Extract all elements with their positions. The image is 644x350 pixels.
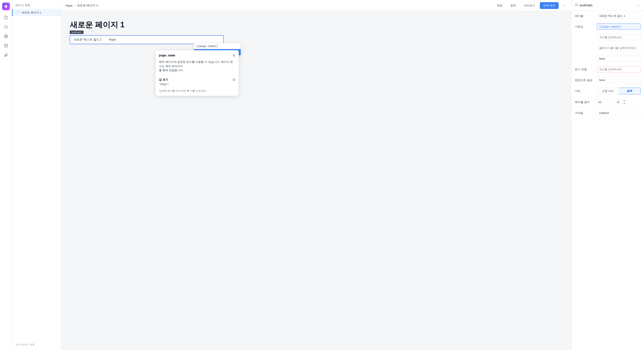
tooltip-copy-value-icon[interactable]: ⧉ (233, 78, 235, 82)
label-input[interactable] (597, 13, 640, 19)
label-length-unit-value: % (615, 99, 622, 105)
textfield-label: 새로운 텍스트 필드 1 (70, 36, 105, 44)
more-button[interactable]: ··· (560, 2, 567, 9)
prop-value-hidden (597, 77, 640, 83)
tooltip-desc-text2: 를 통해 전달됩니다. (159, 69, 184, 72)
label-length-input[interactable] (596, 99, 613, 105)
page-item-label: 새로운 페이지 1 (22, 11, 41, 14)
breadcrumb-root[interactable]: Hops (66, 4, 72, 7)
hidden-input[interactable] (597, 77, 640, 83)
prop-label-width: 너비 (575, 89, 594, 93)
tooltip-title: page.name (159, 54, 175, 57)
app-logo[interactable] (2, 2, 10, 10)
default-value-input[interactable] (597, 23, 640, 30)
page-title: 새로운 페이지 1 (70, 20, 563, 30)
prop-label-style: 스타일 (575, 111, 594, 115)
svg-point-0 (4, 25, 7, 28)
sidebar-item-settings[interactable] (2, 32, 10, 40)
prop-label-label: 레이블 (575, 14, 594, 18)
textfield-value: Hops (105, 36, 223, 44)
sidebar-item-plugin[interactable] (2, 51, 10, 59)
prop-label-length: 레이블 길이 (575, 100, 594, 104)
prop-row-label: 레이블 (572, 11, 644, 21)
right-panel-more-button[interactable]: ··· (637, 3, 640, 7)
sidebar-item-database[interactable] (2, 42, 10, 50)
autocomplete-input-value: {{page.name}} (196, 44, 218, 48)
unit-arrows: ▲ ▼ (622, 99, 627, 105)
prop-label-hidden: 컴포넌트 숨김 (575, 78, 594, 82)
tooltip-desc: 현재 페이지의 설정한 변수를 사용할 수 있습니다. 페이지 변수는 쿼리 파… (156, 59, 238, 75)
prop-select-wrapper: outlined (597, 110, 640, 116)
canvas-content: textField1 새로운 텍스트 필드 1 Hops {{page.name… (70, 35, 563, 44)
share-button[interactable]: 공유 (507, 2, 519, 9)
code-input-1[interactable] (597, 34, 640, 40)
page-list-panel: 페이지 목록 📄 새로운 페이지 1 하위 페이지 목록 (12, 0, 61, 350)
textfield-tag: textField1 (70, 30, 84, 34)
prop-value-placeholder (597, 45, 640, 51)
textfield-type-icon: Tt (575, 3, 578, 7)
autocomplete-input-row: {{page.name}} (194, 43, 241, 49)
prop-row-readonly: 읽기 전용 (572, 64, 644, 75)
page-item-icon: 📄 (16, 11, 20, 14)
sidebar-item-search[interactable] (2, 23, 10, 31)
edit-button[interactable]: 편집 (494, 2, 506, 9)
tooltip-popup: page.name ⧉ 현재 페이지의 설정한 변수를 사용할 수 있습니다. … (155, 50, 239, 96)
main-area: Hops / 새로운 페이지 1 편집 공유 미리보기 전체 배포 ··· 새로… (61, 0, 571, 350)
prop-row-style: 스타일 outlined (572, 108, 644, 118)
width-toggle: 고정 너비 블록 (597, 88, 640, 94)
sidebar-item-page[interactable] (2, 14, 10, 21)
svg-point-3 (4, 44, 8, 45)
tooltip-value-label: 값 보기 ⧉ (159, 78, 235, 82)
prop-value-code1 (597, 34, 640, 40)
tooltip-hint: 상세한 문서를 보시려면 ⌘⌥를 누르세요. (156, 88, 238, 96)
svg-line-1 (7, 27, 7, 28)
tooltip-header: page.name ⧉ (156, 50, 238, 59)
prop-value-label (597, 13, 640, 19)
readonly-input[interactable] (597, 66, 640, 72)
tooltip-value-text: "Hops" (159, 82, 235, 86)
prop-row-width: 너비 고정 너비 블록 (572, 85, 644, 97)
prop-value-default (597, 23, 640, 30)
width-fixed-button[interactable]: 고정 너비 (597, 88, 619, 94)
prop-value-readonly (597, 66, 640, 72)
prop-row-label-length: 레이블 길이 % ▲ ▼ (572, 97, 644, 108)
prop-row-code1 (572, 32, 644, 43)
tooltip-copy-icon[interactable]: ⧉ (233, 53, 235, 57)
placeholder-input[interactable] (597, 45, 640, 51)
prop-row-default: 기본값 (572, 21, 644, 32)
breadcrumb-separator: / (74, 4, 75, 7)
breadcrumb: Hops / 새로운 페이지 1 (66, 4, 492, 7)
prop-row-placeholder (572, 43, 644, 53)
label-length-unit: % ▲ ▼ (615, 99, 627, 105)
width-block-button[interactable]: 블록 (619, 88, 640, 94)
topbar: Hops / 새로운 페이지 1 편집 공유 미리보기 전체 배포 ··· (61, 0, 571, 11)
page-list-item[interactable]: 📄 새로운 페이지 1 (12, 9, 61, 16)
prop-row-hidden: 컴포넌트 숨김 (572, 75, 644, 85)
prop-label-readonly: 읽기 전용 (575, 67, 594, 71)
sidebar (0, 0, 12, 350)
topbar-actions: 편집 공유 미리보기 전체 배포 ··· (494, 2, 567, 9)
preview-button[interactable]: 미리보기 (520, 2, 538, 9)
right-panel: Tt textField1 ··· 레이블 기본값 (571, 0, 644, 350)
tooltip-desc-text: 현재 페이지의 설정한 변수를 사용할 수 있습니다. 페이지 변수는 쿼리 파… (159, 60, 233, 68)
canvas-area: 새로운 페이지 1 textField1 새로운 텍스트 필드 1 Hops {… (61, 11, 571, 350)
breadcrumb-current: 새로운 페이지 1 (77, 4, 98, 7)
unit-arrow-up[interactable]: ▲ (622, 99, 627, 102)
tooltip-value-section: 값 보기 ⧉ "Hops" (156, 75, 238, 88)
svg-point-2 (5, 36, 6, 37)
unit-arrow-down[interactable]: ▼ (622, 102, 627, 105)
page-list-header: 페이지 목록 (12, 0, 61, 9)
sub-page-label: 하위 페이지 목록 (12, 340, 61, 350)
prop-label-default: 기본값 (575, 25, 594, 29)
right-panel-title: textField1 (580, 4, 636, 7)
required-input[interactable] (597, 56, 640, 62)
style-select[interactable]: outlined (597, 110, 640, 116)
right-panel-header: Tt textField1 ··· (572, 0, 644, 11)
deploy-button[interactable]: 전체 배포 (540, 2, 559, 9)
prop-row-required (572, 53, 644, 64)
prop-value-required (597, 56, 640, 62)
